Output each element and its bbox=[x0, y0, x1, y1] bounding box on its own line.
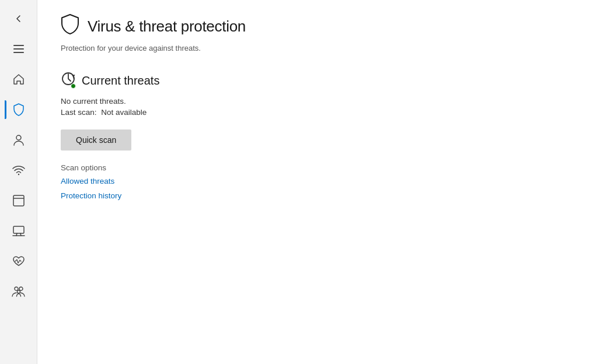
sidebar-item-network[interactable] bbox=[5, 156, 33, 184]
sidebar-item-health[interactable] bbox=[5, 247, 33, 275]
device-icon bbox=[12, 226, 25, 236]
scan-options-section: Scan options Allowed threats Protection … bbox=[61, 163, 580, 205]
svg-rect-2 bbox=[13, 52, 24, 53]
svg-rect-5 bbox=[13, 195, 24, 206]
last-scan-text: Last scan: Not available bbox=[61, 108, 580, 117]
svg-point-4 bbox=[18, 174, 19, 175]
current-threats-section: Current threats No current threats. Last… bbox=[61, 71, 580, 205]
sidebar-item-account[interactable] bbox=[5, 126, 33, 154]
svg-point-12 bbox=[17, 290, 20, 293]
sidebar-item-home[interactable] bbox=[5, 65, 33, 93]
protection-history-link[interactable]: Protection history bbox=[61, 191, 121, 200]
family-icon bbox=[12, 286, 26, 298]
scan-icon bbox=[61, 71, 76, 90]
svg-line-8 bbox=[16, 233, 17, 236]
back-arrow-icon bbox=[14, 14, 23, 23]
network-icon bbox=[12, 165, 25, 176]
green-status-dot bbox=[71, 83, 76, 89]
sidebar-item-family[interactable] bbox=[5, 278, 33, 306]
menu-button[interactable] bbox=[5, 35, 33, 63]
person-icon bbox=[13, 134, 25, 146]
sidebar-item-shield[interactable] bbox=[5, 96, 33, 124]
page-shield-icon bbox=[61, 14, 79, 39]
status-text: No current threats. bbox=[61, 97, 580, 106]
sidebar bbox=[0, 0, 37, 364]
page-subtitle: Protection for your device against threa… bbox=[61, 44, 580, 52]
last-scan-value: Not available bbox=[101, 108, 147, 117]
sidebar-item-device[interactable] bbox=[5, 217, 33, 245]
svg-line-9 bbox=[20, 233, 21, 236]
home-icon bbox=[13, 74, 25, 85]
app-browser-icon bbox=[13, 195, 25, 206]
health-icon bbox=[12, 256, 25, 267]
allowed-threats-link[interactable]: Allowed threats bbox=[61, 177, 114, 186]
section-title: Current threats bbox=[82, 74, 159, 88]
svg-rect-1 bbox=[13, 48, 24, 50]
shield-icon bbox=[13, 103, 25, 116]
main-content: Virus & threat protection Protection for… bbox=[37, 0, 603, 364]
svg-point-10 bbox=[15, 287, 18, 290]
sidebar-item-app-browser[interactable] bbox=[5, 187, 33, 215]
svg-point-11 bbox=[19, 287, 23, 290]
quick-scan-button[interactable]: Quick scan bbox=[61, 130, 131, 150]
svg-rect-0 bbox=[13, 45, 24, 46]
page-header: Virus & threat protection bbox=[61, 14, 580, 39]
svg-rect-7 bbox=[13, 226, 24, 233]
hamburger-icon bbox=[13, 45, 24, 53]
section-header: Current threats bbox=[61, 71, 580, 90]
scan-options-label: Scan options bbox=[61, 163, 580, 172]
page-title: Virus & threat protection bbox=[88, 18, 246, 36]
last-scan-label: Last scan: bbox=[61, 108, 97, 117]
back-button[interactable] bbox=[5, 5, 33, 33]
svg-point-3 bbox=[16, 135, 21, 140]
